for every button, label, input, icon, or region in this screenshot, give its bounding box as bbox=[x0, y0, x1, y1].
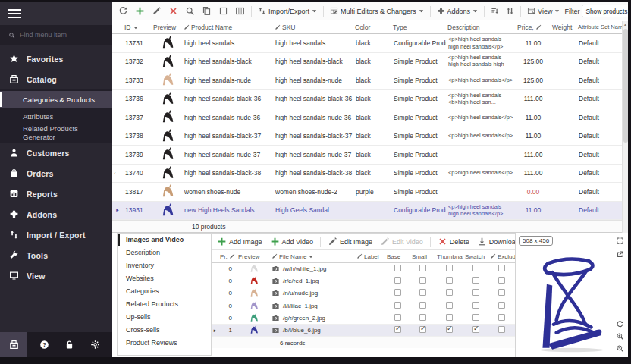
sidebar-item-attributes[interactable]: Attributes bbox=[0, 108, 112, 124]
scrollbar-thumb[interactable] bbox=[623, 29, 628, 143]
column-header-file-name[interactable]: File Name bbox=[270, 253, 355, 260]
thumbnail-checkbox[interactable] bbox=[446, 314, 453, 321]
sidebar-item-view[interactable]: View bbox=[0, 265, 112, 286]
image-row-b-l-blue-6-jpg[interactable]: ▸1/b/l/blue_6.jpg bbox=[212, 325, 515, 337]
zoom-in-icon[interactable] bbox=[616, 332, 624, 340]
tab-description[interactable]: Description bbox=[118, 246, 211, 259]
column-header-label[interactable]: Label bbox=[355, 253, 385, 260]
delete-button[interactable]: Delete bbox=[435, 235, 472, 248]
edit-image-button[interactable]: Edit Image bbox=[325, 235, 375, 248]
columns-button[interactable] bbox=[233, 5, 247, 17]
image-row-l-i-lilac-1-jpg[interactable]: 0/l/i/lilac_1.jpg bbox=[212, 300, 515, 312]
base-checkbox[interactable] bbox=[394, 302, 401, 309]
thumbnail-checkbox[interactable] bbox=[446, 302, 453, 309]
add-image-button[interactable]: Add Image bbox=[215, 235, 265, 248]
swatch-checkbox[interactable] bbox=[472, 326, 479, 333]
swatch-checkbox[interactable] bbox=[472, 314, 479, 321]
product-row-13739[interactable]: 13739high heel sandals-nude-37high heel … bbox=[112, 146, 622, 165]
column-header-color[interactable]: Color bbox=[353, 24, 391, 31]
import-export-menu[interactable]: Import/Export bbox=[256, 5, 319, 17]
copy-button[interactable] bbox=[199, 5, 214, 17]
small-checkbox[interactable] bbox=[419, 314, 426, 321]
exclude-checkbox[interactable] bbox=[498, 314, 505, 321]
external-link-icon[interactable] bbox=[616, 250, 624, 259]
scroll-up-icon[interactable]: ▲ bbox=[623, 21, 628, 28]
base-checkbox[interactable] bbox=[394, 265, 401, 271]
product-row-13738[interactable]: 13738high heel sandals-black-37high heel… bbox=[112, 127, 622, 146]
hamburger-menu-icon[interactable] bbox=[8, 7, 21, 20]
search-products-button[interactable] bbox=[183, 5, 197, 17]
delete-product-button[interactable] bbox=[166, 5, 181, 17]
small-checkbox[interactable] bbox=[419, 326, 426, 333]
sidebar-item-tools[interactable]: Tools bbox=[0, 245, 112, 265]
category-filter-select[interactable]: Show products from selected categories bbox=[582, 5, 628, 17]
image-row-r-e-red-1-jpg[interactable]: 0/r/e/red_1.jpg bbox=[212, 275, 515, 287]
product-row-13733[interactable]: 13733high heel sandals-nudehigh heel san… bbox=[112, 71, 622, 90]
base-checkbox[interactable] bbox=[394, 326, 401, 333]
tab-up-sells[interactable]: Up-sells bbox=[118, 310, 211, 323]
column-header-price[interactable]: Price, bbox=[516, 24, 551, 31]
refresh-button[interactable] bbox=[116, 5, 130, 17]
image-row-g-r-green-2-jpg[interactable]: 0/g/r/green_2.jpg bbox=[212, 312, 515, 325]
image-row-n-u-nude-jpg[interactable]: 0/n/u/nude.jpg bbox=[212, 287, 515, 300]
swatch-checkbox[interactable] bbox=[472, 302, 479, 309]
sidebar-item-related-products-generator[interactable]: Related Products Generator bbox=[0, 124, 112, 141]
tab-images-and-video[interactable]: Images and Video bbox=[118, 234, 211, 246]
multi-editors-menu[interactable]: Multi Editors & Changers bbox=[328, 5, 426, 17]
collapse-rows-button[interactable] bbox=[488, 5, 501, 17]
column-header-small[interactable]: Small bbox=[410, 253, 435, 260]
column-header-type[interactable]: Type bbox=[391, 24, 446, 31]
column-header-swatch[interactable]: Swatch bbox=[463, 253, 488, 260]
small-checkbox[interactable] bbox=[419, 289, 426, 296]
sidebar-item-catalog[interactable]: Catalog bbox=[0, 69, 112, 89]
column-header-preview[interactable]: Preview bbox=[152, 24, 182, 31]
column-header-product-name[interactable]: Product Name bbox=[182, 24, 273, 31]
footer-catalog-button[interactable] bbox=[0, 332, 27, 357]
edit-product-button[interactable] bbox=[149, 5, 164, 17]
small-checkbox[interactable] bbox=[419, 277, 426, 284]
sidebar-item-favorites[interactable]: Favorites bbox=[0, 49, 112, 69]
exclude-checkbox[interactable] bbox=[498, 265, 505, 271]
product-row-13732[interactable]: 13732high heel sandals-blackhigh heel sa… bbox=[112, 53, 622, 72]
column-header-thumbna[interactable]: Thumbna bbox=[435, 253, 463, 260]
add-video-button[interactable]: Add Video bbox=[268, 235, 316, 248]
column-header-exclude[interactable]: Exclude bbox=[488, 253, 515, 260]
column-header-attribute-set-name[interactable]: Attribute Set Name bbox=[576, 24, 622, 30]
product-row-13737[interactable]: 13737high heel sandals-nude-36high heel … bbox=[112, 108, 622, 127]
base-checkbox[interactable] bbox=[394, 289, 401, 296]
base-checkbox[interactable] bbox=[394, 314, 401, 321]
thumbnail-checkbox[interactable] bbox=[446, 289, 453, 296]
base-checkbox[interactable] bbox=[394, 277, 401, 284]
thumbnail-checkbox[interactable] bbox=[446, 326, 453, 333]
column-header-description[interactable]: Description bbox=[446, 24, 516, 31]
sidebar-item-addons[interactable]: Addons bbox=[0, 204, 112, 224]
fullscreen-icon[interactable] bbox=[616, 237, 624, 245]
tab-related-products[interactable]: Related Products bbox=[118, 297, 211, 310]
exclude-checkbox[interactable] bbox=[498, 277, 505, 284]
exclude-checkbox[interactable] bbox=[498, 302, 505, 309]
column-header-preview[interactable]: Preview bbox=[237, 253, 270, 260]
small-checkbox[interactable] bbox=[419, 302, 426, 309]
exclude-checkbox[interactable] bbox=[498, 326, 505, 333]
tab-cross-sells[interactable]: Cross-sells bbox=[118, 323, 211, 336]
view-menu[interactable]: View bbox=[525, 5, 562, 17]
rotate-icon[interactable] bbox=[616, 320, 624, 328]
edit-video-button[interactable]: Edit Video bbox=[378, 235, 425, 248]
swatch-checkbox[interactable] bbox=[472, 289, 479, 296]
column-header-id[interactable]: ID bbox=[123, 24, 152, 31]
add-product-button[interactable] bbox=[133, 5, 147, 17]
thumbnail-checkbox[interactable] bbox=[446, 277, 453, 284]
image-row-w-h-white-1-jpg[interactable]: 0/w/h/white_1.jpg bbox=[212, 263, 515, 275]
swatch-checkbox[interactable] bbox=[472, 277, 479, 284]
menu-search-input[interactable] bbox=[20, 31, 96, 39]
product-image[interactable] bbox=[522, 242, 619, 354]
swatch-checkbox[interactable] bbox=[472, 265, 479, 271]
footer-question-button[interactable]: ? bbox=[39, 340, 49, 350]
expand-rows-button[interactable] bbox=[504, 5, 516, 17]
column-header-pr[interactable]: Pr. bbox=[218, 253, 237, 260]
exclude-checkbox[interactable] bbox=[498, 289, 505, 296]
column-header-weight[interactable]: Weight bbox=[551, 24, 576, 31]
zoom-out-icon[interactable] bbox=[616, 344, 624, 353]
tab-categories[interactable]: Categories bbox=[118, 285, 211, 298]
footer-gear-button[interactable] bbox=[90, 340, 100, 350]
